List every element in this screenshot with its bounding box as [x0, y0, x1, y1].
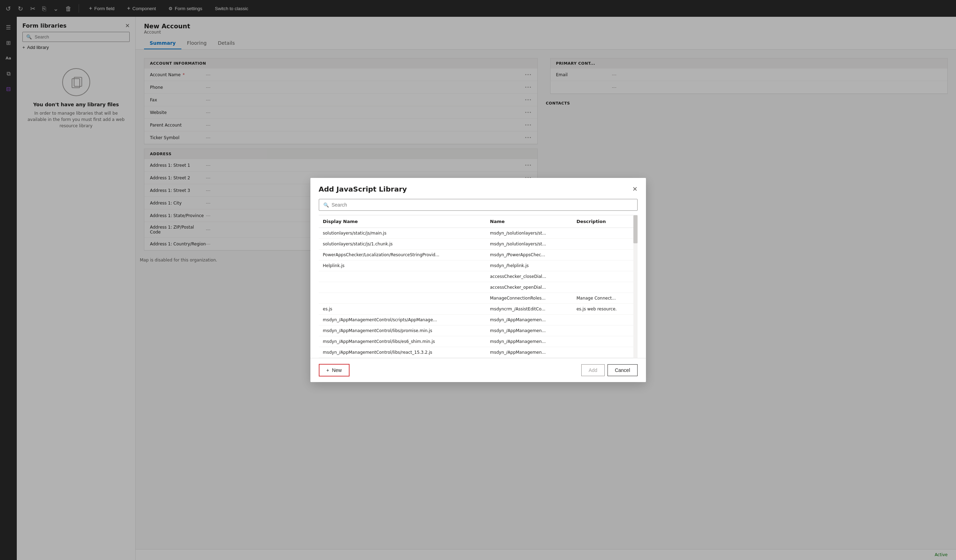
cell-name: msdyn_/solutionlayers/st...: [486, 228, 572, 239]
cell-description: [572, 260, 637, 271]
table-row[interactable]: accessChecker_closeDial...: [319, 271, 638, 282]
table-row[interactable]: solutionlayers/static/js/main.jsmsdyn_/s…: [319, 228, 638, 239]
cell-display_name: PowerAppsChecker/Localization/ResourceSt…: [319, 250, 486, 260]
table-row[interactable]: msdyn_/AppManagementControl/libs/promise…: [319, 326, 638, 336]
cell-description: [572, 315, 637, 326]
cell-display_name: Helplink.js: [319, 260, 486, 271]
cell-description: [572, 239, 637, 250]
table-row[interactable]: solutionlayers/static/js/1.chunk.jsmsdyn…: [319, 239, 638, 250]
table-header-row: Display Name Name Description: [319, 216, 638, 228]
modal-search-input[interactable]: [332, 202, 633, 208]
modal-footer: + New Add Cancel: [310, 358, 646, 382]
modal-header: Add JavaScript Library ✕: [310, 178, 646, 199]
table-row[interactable]: msdyn_/AppManagementControl/libs/react_1…: [319, 347, 638, 358]
modal-title: Add JavaScript Library: [319, 185, 407, 193]
cell-name: msdyncrm_/AssistEditCo...: [486, 304, 572, 315]
scrollbar-thumb[interactable]: [634, 216, 638, 243]
table-row[interactable]: PowerAppsChecker/Localization/ResourceSt…: [319, 250, 638, 260]
cell-display_name: es.js: [319, 304, 486, 315]
cell-name: msdyn_/solutionlayers/st...: [486, 239, 572, 250]
modal-footer-actions: Add Cancel: [581, 364, 638, 376]
cell-display_name: msdyn_/AppManagementControl/scripts/AppM…: [319, 315, 486, 326]
cell-display_name: solutionlayers/static/js/main.js: [319, 228, 486, 239]
cell-name: ManageConnectionRoles...: [486, 293, 572, 304]
add-js-library-modal: Add JavaScript Library ✕ 🔍 Display Name …: [310, 178, 646, 382]
cell-description: [572, 250, 637, 260]
cell-display_name: [319, 282, 486, 293]
add-button[interactable]: Add: [581, 364, 605, 376]
plus-icon-new: +: [327, 367, 329, 373]
cell-description: Manage Connect...: [572, 293, 637, 304]
col-description: Description: [572, 216, 637, 228]
modal-search-box: 🔍: [319, 199, 638, 211]
cell-display_name: [319, 271, 486, 282]
cell-name: msdyn_/helplink.js: [486, 260, 572, 271]
cell-description: [572, 336, 637, 347]
table-row[interactable]: msdyn_/AppManagementControl/libs/es6_shi…: [319, 336, 638, 347]
cell-display_name: [319, 293, 486, 304]
modal-table-container: Display Name Name Description solutionla…: [319, 215, 638, 358]
col-display-name: Display Name: [319, 216, 486, 228]
cell-name: msdyn_/PowerAppsChec...: [486, 250, 572, 260]
modal-search-icon: 🔍: [323, 202, 329, 208]
table-row[interactable]: es.jsmsdyncrm_/AssistEditCo...es.js web …: [319, 304, 638, 315]
scrollbar-track: [634, 216, 638, 358]
cell-name: msdyn_/AppManagemen...: [486, 347, 572, 358]
cell-name: msdyn_/AppManagemen...: [486, 326, 572, 336]
cancel-button[interactable]: Cancel: [607, 364, 638, 376]
cell-description: [572, 326, 637, 336]
js-library-table: Display Name Name Description solutionla…: [319, 216, 638, 358]
cell-display_name: msdyn_/AppManagementControl/libs/promise…: [319, 326, 486, 336]
cell-name: msdyn_/AppManagemen...: [486, 336, 572, 347]
modal-overlay: Add JavaScript Library ✕ 🔍 Display Name …: [0, 0, 956, 560]
cell-display_name: solutionlayers/static/js/1.chunk.js: [319, 239, 486, 250]
cell-description: [572, 347, 637, 358]
cell-description: [572, 271, 637, 282]
cell-description: [572, 228, 637, 239]
cell-description: es.js web resource.: [572, 304, 637, 315]
cell-name: msdyn_/AppManagemen...: [486, 315, 572, 326]
cell-name: accessChecker_openDial...: [486, 282, 572, 293]
table-row[interactable]: Helplink.jsmsdyn_/helplink.js: [319, 260, 638, 271]
modal-close-button[interactable]: ✕: [632, 185, 638, 193]
cell-display_name: msdyn_/AppManagementControl/libs/es6_shi…: [319, 336, 486, 347]
table-row[interactable]: accessChecker_openDial...: [319, 282, 638, 293]
cell-description: [572, 282, 637, 293]
col-name: Name: [486, 216, 572, 228]
table-row[interactable]: msdyn_/AppManagementControl/scripts/AppM…: [319, 315, 638, 326]
new-button[interactable]: + New: [319, 364, 349, 376]
table-row[interactable]: ManageConnectionRoles...Manage Connect..…: [319, 293, 638, 304]
cell-display_name: msdyn_/AppManagementControl/libs/react_1…: [319, 347, 486, 358]
cell-name: accessChecker_closeDial...: [486, 271, 572, 282]
